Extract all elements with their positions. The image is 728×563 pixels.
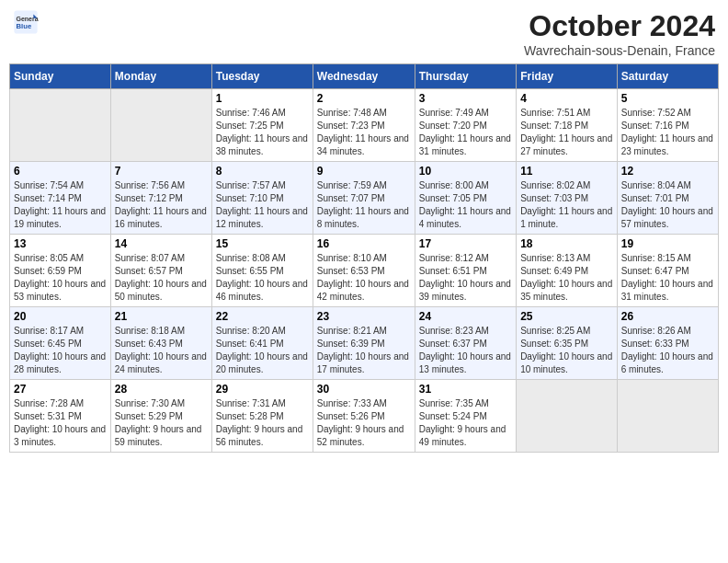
calendar-cell: 23Sunrise: 8:21 AMSunset: 6:39 PMDayligh… xyxy=(313,307,415,380)
calendar-cell xyxy=(10,89,111,162)
calendar-cell: 2Sunrise: 7:48 AMSunset: 7:23 PMDaylight… xyxy=(313,89,415,162)
day-number: 30 xyxy=(317,383,411,396)
day-info: Sunrise: 8:25 AMSunset: 6:35 PMDaylight:… xyxy=(520,325,613,376)
day-info: Sunrise: 8:05 AMSunset: 6:59 PMDaylight:… xyxy=(14,252,107,304)
day-number: 1 xyxy=(216,92,309,105)
day-number: 9 xyxy=(317,165,411,178)
day-number: 12 xyxy=(621,165,714,178)
week-row-2: 6Sunrise: 7:54 AMSunset: 7:14 PMDaylight… xyxy=(10,162,719,235)
day-number: 3 xyxy=(419,92,512,105)
calendar-cell: 4Sunrise: 7:51 AMSunset: 7:18 PMDaylight… xyxy=(517,89,618,162)
calendar-cell: 20Sunrise: 8:17 AMSunset: 6:45 PMDayligh… xyxy=(10,307,111,380)
day-number: 14 xyxy=(115,237,208,250)
day-info: Sunrise: 7:49 AMSunset: 7:20 PMDaylight:… xyxy=(419,107,512,158)
day-info: Sunrise: 7:59 AMSunset: 7:07 PMDaylight:… xyxy=(317,179,411,231)
calendar-cell: 12Sunrise: 8:04 AMSunset: 7:01 PMDayligh… xyxy=(617,162,718,235)
day-number: 22 xyxy=(216,310,309,323)
day-number: 26 xyxy=(621,310,714,323)
day-info: Sunrise: 8:26 AMSunset: 6:33 PMDaylight:… xyxy=(621,325,714,376)
day-info: Sunrise: 8:08 AMSunset: 6:55 PMDaylight:… xyxy=(216,252,309,304)
day-number: 15 xyxy=(216,237,309,250)
logo: General Blue xyxy=(13,9,40,35)
calendar-cell: 16Sunrise: 8:10 AMSunset: 6:53 PMDayligh… xyxy=(313,235,415,307)
calendar-cell: 28Sunrise: 7:30 AMSunset: 5:29 PMDayligh… xyxy=(110,380,211,453)
day-number: 11 xyxy=(520,165,613,178)
calendar-cell: 5Sunrise: 7:52 AMSunset: 7:16 PMDaylight… xyxy=(617,89,718,162)
calendar-cell: 8Sunrise: 7:57 AMSunset: 7:10 PMDaylight… xyxy=(211,162,313,235)
calendar-cell: 22Sunrise: 8:20 AMSunset: 6:41 PMDayligh… xyxy=(211,307,313,380)
day-number: 8 xyxy=(216,165,309,178)
calendar-cell: 21Sunrise: 8:18 AMSunset: 6:43 PMDayligh… xyxy=(110,307,211,380)
day-info: Sunrise: 8:23 AMSunset: 6:37 PMDaylight:… xyxy=(419,325,512,376)
day-info: Sunrise: 8:13 AMSunset: 6:49 PMDaylight:… xyxy=(520,252,613,304)
week-row-4: 20Sunrise: 8:17 AMSunset: 6:45 PMDayligh… xyxy=(10,307,719,380)
calendar-cell: 9Sunrise: 7:59 AMSunset: 7:07 PMDaylight… xyxy=(313,162,415,235)
day-number: 18 xyxy=(520,237,613,250)
day-info: Sunrise: 7:54 AMSunset: 7:14 PMDaylight:… xyxy=(14,179,107,231)
day-number: 17 xyxy=(419,237,512,250)
calendar-cell: 27Sunrise: 7:28 AMSunset: 5:31 PMDayligh… xyxy=(10,380,111,453)
day-info: Sunrise: 7:57 AMSunset: 7:10 PMDaylight:… xyxy=(216,179,309,231)
weekday-header-sunday: Sunday xyxy=(10,64,111,89)
calendar-cell: 15Sunrise: 8:08 AMSunset: 6:55 PMDayligh… xyxy=(211,235,313,307)
day-info: Sunrise: 8:02 AMSunset: 7:03 PMDaylight:… xyxy=(520,179,613,231)
day-info: Sunrise: 7:33 AMSunset: 5:26 PMDaylight:… xyxy=(317,397,411,449)
day-info: Sunrise: 7:35 AMSunset: 5:24 PMDaylight:… xyxy=(419,397,512,449)
calendar-cell: 26Sunrise: 8:26 AMSunset: 6:33 PMDayligh… xyxy=(617,307,718,380)
calendar-cell: 3Sunrise: 7:49 AMSunset: 7:20 PMDaylight… xyxy=(415,89,516,162)
svg-text:Blue: Blue xyxy=(17,22,32,30)
calendar-cell: 19Sunrise: 8:15 AMSunset: 6:47 PMDayligh… xyxy=(617,235,718,307)
weekday-header-saturday: Saturday xyxy=(617,64,718,89)
calendar-title: October 2024 xyxy=(524,9,715,43)
day-number: 19 xyxy=(621,237,714,250)
day-number: 16 xyxy=(317,237,411,250)
day-info: Sunrise: 8:07 AMSunset: 6:57 PMDaylight:… xyxy=(115,252,208,304)
day-info: Sunrise: 7:51 AMSunset: 7:18 PMDaylight:… xyxy=(520,107,613,158)
calendar-cell: 13Sunrise: 8:05 AMSunset: 6:59 PMDayligh… xyxy=(10,235,111,307)
calendar-cell xyxy=(110,89,211,162)
day-info: Sunrise: 7:28 AMSunset: 5:31 PMDaylight:… xyxy=(14,397,107,449)
calendar-cell: 18Sunrise: 8:13 AMSunset: 6:49 PMDayligh… xyxy=(517,235,618,307)
weekday-header-monday: Monday xyxy=(110,64,211,89)
day-number: 31 xyxy=(419,383,512,396)
calendar-cell: 30Sunrise: 7:33 AMSunset: 5:26 PMDayligh… xyxy=(313,380,415,453)
day-info: Sunrise: 8:15 AMSunset: 6:47 PMDaylight:… xyxy=(621,252,714,304)
week-row-5: 27Sunrise: 7:28 AMSunset: 5:31 PMDayligh… xyxy=(10,380,719,453)
day-info: Sunrise: 7:52 AMSunset: 7:16 PMDaylight:… xyxy=(621,107,714,158)
logo-icon: General Blue xyxy=(13,9,39,35)
calendar-cell: 10Sunrise: 8:00 AMSunset: 7:05 PMDayligh… xyxy=(415,162,516,235)
day-number: 20 xyxy=(14,310,107,323)
day-info: Sunrise: 8:04 AMSunset: 7:01 PMDaylight:… xyxy=(621,179,714,231)
day-info: Sunrise: 7:31 AMSunset: 5:28 PMDaylight:… xyxy=(216,397,309,449)
day-number: 10 xyxy=(419,165,512,178)
day-number: 27 xyxy=(14,383,107,396)
day-info: Sunrise: 8:21 AMSunset: 6:39 PMDaylight:… xyxy=(317,325,411,376)
day-info: Sunrise: 8:10 AMSunset: 6:53 PMDaylight:… xyxy=(317,252,411,304)
day-info: Sunrise: 7:46 AMSunset: 7:25 PMDaylight:… xyxy=(216,107,309,158)
calendar-body: 1Sunrise: 7:46 AMSunset: 7:25 PMDaylight… xyxy=(10,89,719,453)
day-number: 5 xyxy=(621,92,714,105)
weekday-header-wednesday: Wednesday xyxy=(313,64,415,89)
week-row-1: 1Sunrise: 7:46 AMSunset: 7:25 PMDaylight… xyxy=(10,89,719,162)
day-number: 29 xyxy=(216,383,309,396)
day-number: 28 xyxy=(115,383,208,396)
calendar-subtitle: Wavrechain-sous-Denain, France xyxy=(524,43,715,58)
calendar-cell: 31Sunrise: 7:35 AMSunset: 5:24 PMDayligh… xyxy=(415,380,516,453)
calendar-cell: 25Sunrise: 8:25 AMSunset: 6:35 PMDayligh… xyxy=(517,307,618,380)
day-number: 6 xyxy=(14,165,107,178)
calendar-cell: 11Sunrise: 8:02 AMSunset: 7:03 PMDayligh… xyxy=(517,162,618,235)
calendar-cell: 1Sunrise: 7:46 AMSunset: 7:25 PMDaylight… xyxy=(211,89,313,162)
calendar-cell xyxy=(617,380,718,453)
weekday-header-tuesday: Tuesday xyxy=(211,64,313,89)
title-block: October 2024 Wavrechain-sous-Denain, Fra… xyxy=(524,9,715,58)
day-info: Sunrise: 7:48 AMSunset: 7:23 PMDaylight:… xyxy=(317,107,411,158)
calendar-cell: 29Sunrise: 7:31 AMSunset: 5:28 PMDayligh… xyxy=(211,380,313,453)
day-number: 23 xyxy=(317,310,411,323)
day-info: Sunrise: 8:12 AMSunset: 6:51 PMDaylight:… xyxy=(419,252,512,304)
day-info: Sunrise: 7:30 AMSunset: 5:29 PMDaylight:… xyxy=(115,397,208,449)
day-number: 7 xyxy=(115,165,208,178)
day-number: 21 xyxy=(115,310,208,323)
day-number: 13 xyxy=(14,237,107,250)
day-number: 2 xyxy=(317,92,411,105)
calendar-cell: 6Sunrise: 7:54 AMSunset: 7:14 PMDaylight… xyxy=(10,162,111,235)
